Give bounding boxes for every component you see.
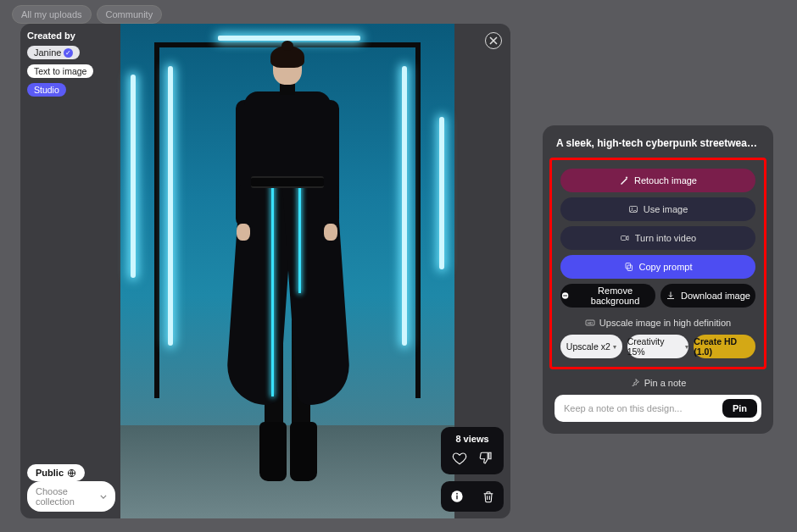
note-row: Pin	[555, 395, 761, 422]
chevron-down-icon: ▾	[685, 343, 688, 351]
remove-background-button[interactable]: Remove background	[560, 284, 655, 308]
image-icon	[628, 204, 638, 214]
generated-image[interactable]	[120, 24, 454, 518]
verified-badge-icon: ✓	[64, 48, 73, 58]
wand-icon	[619, 175, 629, 186]
svg-rect-1	[456, 496, 457, 500]
trash-icon	[482, 490, 495, 503]
svg-text:HD: HD	[588, 321, 593, 325]
collection-select[interactable]: Choose collection	[27, 481, 115, 512]
author-name: Janine	[34, 47, 61, 58]
retouch-label: Retouch image	[634, 175, 697, 186]
upscale-factor-value: Upscale x2	[566, 341, 610, 352]
svg-rect-8	[626, 263, 631, 269]
remove-bg-label: Remove background	[575, 285, 655, 306]
chevron-down-icon	[100, 493, 107, 501]
views-box: 8 views	[441, 427, 504, 474]
bg-tab-all-uploads[interactable]: All my uploads	[12, 5, 92, 24]
use-label: Use image	[644, 204, 688, 214]
visibility-label: Public	[36, 468, 64, 478]
like-button[interactable]	[450, 449, 469, 468]
upscale-factor-select[interactable]: Upscale x2▾	[560, 335, 622, 358]
author-pill[interactable]: Janine ✓	[27, 46, 80, 59]
close-icon	[489, 36, 498, 45]
copy-label: Copy prompt	[639, 262, 693, 272]
create-hd-button[interactable]: Create HD (1.0)	[694, 335, 755, 358]
delete-button[interactable]	[480, 488, 497, 505]
prompt-title: A sleek, high-tech cyberpunk streetwear …	[555, 137, 761, 149]
collection-placeholder: Choose collection	[36, 486, 100, 507]
pin-note-label: Pin a note	[555, 378, 761, 388]
download-image-button[interactable]: Download image	[660, 284, 755, 308]
note-input[interactable]	[559, 400, 722, 417]
video-label: Turn into video	[635, 233, 696, 243]
heart-icon	[452, 451, 467, 466]
copy-prompt-button[interactable]: Copy prompt	[560, 255, 755, 279]
info-actions-box	[441, 481, 504, 512]
video-icon	[620, 233, 630, 243]
turn-into-video-button[interactable]: Turn into video	[560, 226, 755, 250]
tag-studio[interactable]: Studio	[27, 83, 66, 97]
retouch-image-button[interactable]: Retouch image	[560, 169, 755, 192]
bg-tab-community[interactable]: Community	[97, 5, 163, 24]
image-detail-card: Created by Janine ✓ Text to image Studio	[20, 24, 510, 518]
svg-rect-7	[627, 265, 633, 271]
dislike-button[interactable]	[477, 449, 495, 468]
pin-icon	[630, 378, 640, 388]
download-label: Download image	[681, 291, 750, 301]
globe-icon	[67, 468, 76, 478]
svg-rect-10	[563, 296, 567, 296]
visibility-public-pill[interactable]: Public	[27, 464, 85, 481]
info-button[interactable]	[449, 488, 465, 505]
close-button[interactable]	[485, 32, 502, 49]
thumbs-down-icon	[478, 451, 493, 466]
svg-rect-6	[621, 236, 626, 241]
actions-panel: A sleek, high-tech cyberpunk streetwear …	[543, 125, 773, 434]
upscale-section-title: HD Upscale image in high definition	[560, 318, 755, 328]
creativity-select[interactable]: Creativity 15%▾	[627, 335, 689, 358]
pin-button[interactable]: Pin	[722, 399, 757, 418]
svg-point-5	[631, 208, 633, 209]
hd-icon: HD	[585, 318, 595, 328]
upscale-title-text: Upscale image in high definition	[599, 318, 731, 328]
tag-text-to-image[interactable]: Text to image	[27, 64, 93, 78]
copy-icon	[624, 262, 634, 272]
svg-point-2	[456, 493, 458, 495]
actions-highlight: Retouch image Use image Turn into video …	[549, 158, 766, 369]
use-image-button[interactable]: Use image	[560, 197, 755, 221]
info-icon	[450, 490, 464, 503]
chevron-down-icon: ▾	[613, 343, 616, 351]
views-word: views	[464, 434, 489, 444]
creativity-value: Creativity 15%	[627, 336, 683, 357]
pin-note-text: Pin a note	[644, 378, 687, 388]
download-icon	[666, 291, 676, 301]
views-count: 8	[455, 434, 460, 444]
remove-icon	[560, 291, 570, 301]
created-by-label: Created by	[27, 30, 75, 41]
